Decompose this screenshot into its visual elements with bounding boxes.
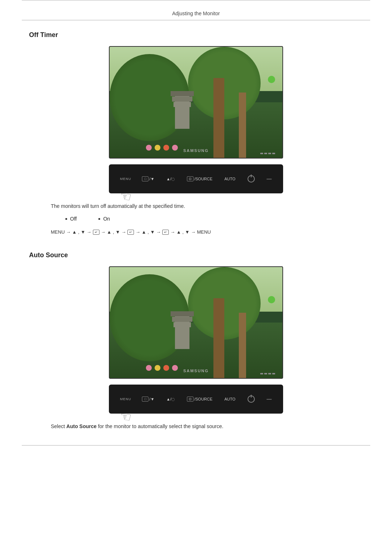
auto-pagoda-roof-1 xyxy=(171,311,194,316)
pagoda-roof-2 xyxy=(172,97,192,102)
section-auto-source: Auto Source S xyxy=(22,251,370,430)
auto-monitor-btn-4 xyxy=(272,373,275,374)
nav-icon-enter-2: ↵ xyxy=(127,230,134,235)
cb-btn-1-label: /▼ xyxy=(149,177,154,181)
pagoda-roof-1 xyxy=(171,91,194,96)
flower-pink xyxy=(146,145,152,151)
monitor-btn-3 xyxy=(268,153,271,154)
auto-flower-pink xyxy=(146,365,152,371)
cb-btn-3-label: /SOURCE xyxy=(194,177,212,181)
nav-seq-3: → ▲ , ▼ → MENU xyxy=(170,227,211,237)
bullet-item-off: Off xyxy=(65,216,77,222)
off-timer-description: The monitors will turn off automatically… xyxy=(51,202,341,210)
auto-cb-icon-1: □ xyxy=(142,397,148,402)
off-timer-monitor-wrapper: SAMSUNG xyxy=(22,46,370,159)
cb-btn-2-label: ▲/◌ xyxy=(166,177,175,181)
auto-source-monitor-wrapper: SAMSUNG xyxy=(22,266,370,379)
auto-desc-prefix: Select xyxy=(51,423,66,429)
cb-btn-2: ▲/◌ xyxy=(166,177,175,181)
bullet-dot-off xyxy=(65,218,67,220)
cb-icon-3: ⊡ xyxy=(187,176,193,181)
cb-btn-3: ⊡ /SOURCE xyxy=(187,176,212,181)
auto-monitor-btn-3 xyxy=(268,373,271,374)
bottom-rule xyxy=(22,445,370,446)
monitor-btn-2 xyxy=(264,153,267,154)
menu-label-1: MENU xyxy=(120,177,131,181)
power-icon-2 xyxy=(248,395,255,403)
bullet-label-off: Off xyxy=(70,216,77,222)
dash-icon-2: — xyxy=(266,396,271,402)
bullet-dot-on xyxy=(98,218,100,220)
auto-cb-btn-2-label: ▲/◌ xyxy=(166,397,175,402)
auto-cb-btn-3-label: /SOURCE xyxy=(194,397,212,401)
off-timer-control-bar: MENU □ /▼ ▲/◌ ⊡ /SOURCE AUTO xyxy=(109,164,283,193)
auto-desc-suffix: for the monitor to automatically select … xyxy=(97,423,223,429)
auto-text-2: AUTO xyxy=(224,397,235,401)
monitor-btn-4 xyxy=(272,153,275,154)
flower-pink2 xyxy=(172,145,178,151)
off-timer-nav: MENU → ▲ , ▼ → ↵ → ▲ , ▼ → ↵ → ▲ , ▼ → ↵… xyxy=(51,227,341,237)
pagoda-roof-3 xyxy=(173,102,191,107)
btn-group-2: □ /▼ ▲/◌ ⊡ /SOURCE AUTO — xyxy=(136,395,277,403)
auto-desc-bold: Auto Source xyxy=(66,423,97,429)
auto-cb-icon-3: ⊡ xyxy=(187,397,193,402)
page-title: Adjusting the Monitor xyxy=(172,11,220,16)
auto-source-description: Select Auto Source for the monitor to au… xyxy=(51,422,341,430)
monitor-buttons-1 xyxy=(260,153,275,154)
page-container: Adjusting the Monitor Off Timer xyxy=(0,0,392,446)
flower-group xyxy=(146,145,178,151)
nav-icon-enter-1: ↵ xyxy=(93,230,99,235)
auto-tree-trunk-main xyxy=(213,298,224,378)
auto-source-title: Auto Source xyxy=(29,251,370,259)
auto-flower-group xyxy=(146,365,178,371)
menu-section-1: MENU xyxy=(115,177,136,181)
nav-icon-enter-3: ↵ xyxy=(162,230,169,235)
auto-source-control-bar: MENU □ /▼ ▲/◌ ⊡ /SOURCE AUTO xyxy=(109,385,283,414)
auto-cb-btn-1-label: /▼ xyxy=(149,397,154,401)
auto-source-control-wrapper: MENU □ /▼ ▲/◌ ⊡ /SOURCE AUTO xyxy=(22,385,370,414)
off-timer-control-wrapper: MENU □ /▼ ▲/◌ ⊡ /SOURCE AUTO xyxy=(22,164,370,193)
btn-group-1: □ /▼ ▲/◌ ⊡ /SOURCE AUTO — xyxy=(136,175,277,182)
off-timer-bullets: Off On xyxy=(65,216,327,222)
menu-section-2: MENU xyxy=(115,397,136,401)
auto-tree-canopy-right xyxy=(188,267,261,340)
green-ball xyxy=(268,76,275,83)
flower-red xyxy=(163,145,169,151)
auto-flower-yellow xyxy=(155,365,160,371)
nav-seq-1: → ▲ , ▼ → xyxy=(101,227,126,237)
auto-monitor-btn-1 xyxy=(260,373,263,374)
nav-menu: MENU → ▲ , ▼ → xyxy=(51,227,91,237)
samsung-label-2: SAMSUNG xyxy=(183,369,209,373)
menu-label-2: MENU xyxy=(120,397,131,401)
tree-trunk-main xyxy=(213,78,224,158)
cb-btn-1: □ /▼ xyxy=(142,176,154,181)
bullet-label-on: On xyxy=(103,216,110,222)
auto-pagoda-roof-3 xyxy=(173,322,191,327)
tree-trunk-secondary xyxy=(239,93,246,158)
auto-cb-btn-3: ⊡ /SOURCE xyxy=(187,397,212,402)
section-off-timer: Off Timer SAM xyxy=(22,31,370,237)
top-rule xyxy=(22,0,370,0)
samsung-label-1: SAMSUNG xyxy=(183,148,209,153)
auto-tree-trunk-secondary xyxy=(239,313,246,378)
auto-cb-btn-1: □ /▼ xyxy=(142,397,154,402)
auto-pagoda-roof-2 xyxy=(172,317,192,322)
off-timer-monitor-image: SAMSUNG xyxy=(109,46,283,159)
auto-flower-pink2 xyxy=(172,365,178,371)
auto-flower-red xyxy=(163,365,169,371)
nav-seq-2: → ▲ , ▼ → xyxy=(135,227,161,237)
cb-icon-1: □ xyxy=(142,176,148,181)
flower-yellow xyxy=(155,145,160,151)
dash-icon-1: — xyxy=(266,176,271,182)
page-header: Adjusting the Monitor xyxy=(22,4,370,20)
off-timer-title: Off Timer xyxy=(29,31,370,39)
tree-canopy-right xyxy=(188,47,261,119)
power-icon-1 xyxy=(248,175,255,182)
bullet-item-on: On xyxy=(98,216,110,222)
monitor-btn-1 xyxy=(260,153,263,154)
auto-cb-btn-2: ▲/◌ xyxy=(166,397,175,402)
auto-source-monitor-image: SAMSUNG xyxy=(109,266,283,379)
monitor-buttons-2 xyxy=(260,373,275,374)
auto-monitor-btn-2 xyxy=(264,373,267,374)
auto-text-1: AUTO xyxy=(224,177,235,181)
